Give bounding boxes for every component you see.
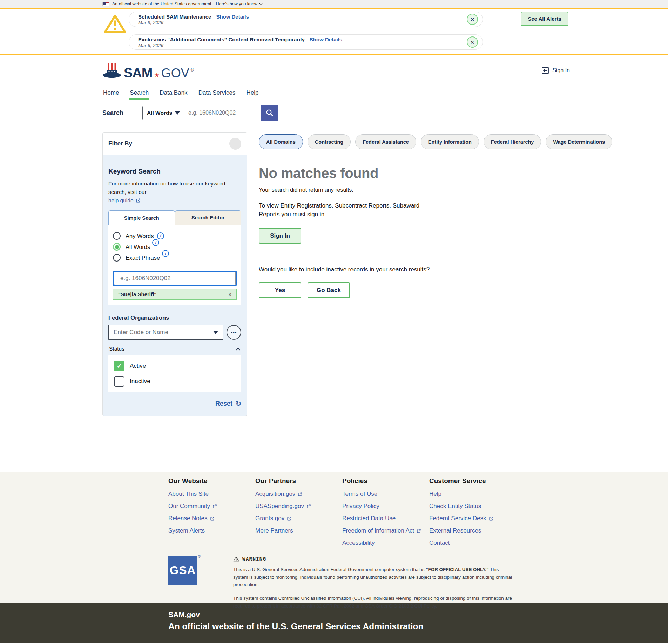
help-guide-link[interactable]: help guide <box>108 196 141 205</box>
tab-simple-search[interactable]: Simple Search <box>108 210 175 225</box>
footer-link-contact[interactable]: Contact <box>429 540 516 547</box>
footer-link-our-community[interactable]: Our Community <box>168 503 255 510</box>
checkbox-active[interactable]: ✓ <box>114 361 124 371</box>
radio-row-any-words: Any Wordsi <box>113 232 237 240</box>
no-matches-title: No matches found <box>259 165 612 181</box>
footer-link-release-notes[interactable]: Release Notes <box>168 515 255 522</box>
search-submit-button[interactable] <box>261 105 278 121</box>
alert-date: Mar 9, 2026 <box>138 20 458 25</box>
checkbox-label-inactive: Inactive <box>130 378 150 385</box>
nav-item-home[interactable]: Home <box>102 86 120 100</box>
external-link-icon <box>212 504 217 509</box>
reset-link[interactable]: Reset <box>215 400 232 407</box>
alert-close-icon[interactable]: ✕ <box>467 36 478 48</box>
external-link-icon <box>210 516 215 521</box>
footer-site-name: SAM.gov <box>168 610 668 619</box>
search-label: Search <box>102 109 142 117</box>
footer-link-acquisition-gov[interactable]: Acquisition.gov <box>255 490 342 497</box>
footer-link-about-this-site[interactable]: About This Site <box>168 490 255 497</box>
tab-search-editor[interactable]: Search Editor <box>175 210 242 225</box>
domain-tab-federal-assistance[interactable]: Federal Assistance <box>355 134 416 149</box>
text-cursor <box>119 274 119 283</box>
collapse-filters-button[interactable]: — <box>229 138 241 150</box>
info-icon[interactable]: i <box>162 250 169 257</box>
header-sign-in-link[interactable]: Sign In <box>541 67 570 74</box>
uncle-sam-hat-icon <box>102 62 121 79</box>
footer-tagline: An official website of the U.S. General … <box>168 622 668 631</box>
warning-block: WARNING This is a U.S. General Services … <box>233 556 514 610</box>
chevron-down-icon <box>259 3 263 5</box>
footer-column-our-partners: Our PartnersAcquisition.govUSASpending.g… <box>255 477 342 552</box>
footer-column-heading: Our Partners <box>255 477 342 485</box>
info-icon[interactable]: i <box>152 239 159 246</box>
domain-tab-all-domains[interactable]: All Domains <box>259 134 303 149</box>
footer-link-label: Terms of Use <box>342 490 377 497</box>
yes-button[interactable]: Yes <box>259 282 301 298</box>
nav-item-data-bank[interactable]: Data Bank <box>159 86 188 100</box>
radio-all-words[interactable] <box>113 243 121 251</box>
keyword-tag: "Suejla Sherifi" × <box>113 289 237 300</box>
federal-organizations-select[interactable]: Enter Code or Name <box>108 325 223 340</box>
nav-item-help[interactable]: Help <box>245 86 259 100</box>
status-label: Status <box>109 346 124 352</box>
footer-link-freedom-of-information-act[interactable]: Freedom of Information Act <box>342 527 429 534</box>
domain-tab-federal-hierarchy[interactable]: Federal Hierarchy <box>484 134 541 149</box>
external-link-icon <box>417 529 421 533</box>
sign-in-button[interactable]: Sign In <box>259 228 301 244</box>
search-mode-select[interactable]: All Words <box>142 106 184 120</box>
footer-link-help[interactable]: Help <box>429 490 516 497</box>
footer-link-terms-of-use[interactable]: Terms of Use <box>342 490 429 497</box>
radio-any-words[interactable] <box>113 232 121 240</box>
checkbox-inactive[interactable] <box>114 376 124 387</box>
domain-tab-entity-information[interactable]: Entity Information <box>421 134 479 149</box>
filter-panel-body: Keyword Search For more information on h… <box>103 155 247 416</box>
footer-link-restricted-data-use[interactable]: Restricted Data Use <box>342 515 429 522</box>
remove-tag-icon[interactable]: × <box>228 291 231 297</box>
global-search-input[interactable] <box>184 106 261 120</box>
external-link-icon <box>298 492 302 496</box>
keyword-input[interactable] <box>114 272 236 285</box>
footer-link-label: USASpending.gov <box>255 503 304 510</box>
alert-show-details-link[interactable]: Show Details <box>310 36 342 42</box>
footer-column-heading: Our Website <box>168 477 255 485</box>
alert-close-icon[interactable]: ✕ <box>467 14 478 25</box>
domain-tab-wage-determinations[interactable]: Wage Determinations <box>546 134 612 149</box>
status-section-toggle[interactable]: Status <box>108 346 241 352</box>
footer-link-label: Our Community <box>168 503 210 510</box>
footer-column-customer-service: Customer ServiceHelpCheck Entity StatusF… <box>429 477 516 552</box>
see-all-alerts-button[interactable]: See All Alerts <box>521 12 568 26</box>
checkbox-label-active: Active <box>130 362 146 370</box>
info-icon[interactable]: i <box>157 232 164 239</box>
alerts-section: Scheduled SAM MaintenanceShow DetailsMar… <box>0 9 668 55</box>
footer-link-accessibility[interactable]: Accessibility <box>342 540 429 547</box>
footer-link-label: Restricted Data Use <box>342 515 396 522</box>
footer-link-external-resources[interactable]: External Resources <box>429 527 516 534</box>
footer-link-federal-service-desk[interactable]: Federal Service Desk <box>429 515 516 522</box>
footer-link-label: Privacy Policy <box>342 503 379 510</box>
go-back-button[interactable]: Go Back <box>308 282 350 298</box>
alert-show-details-link[interactable]: Show Details <box>216 14 249 20</box>
footer-link-label: Contact <box>429 540 450 547</box>
inactive-choice-row: Yes Go Back <box>259 282 612 298</box>
radio-exact-phrase[interactable] <box>113 254 121 262</box>
footer-link-system-alerts[interactable]: System Alerts <box>168 527 255 534</box>
nav-item-data-services[interactable]: Data Services <box>198 86 236 100</box>
warning-paragraph-1: This is a U.S. General Services Administ… <box>233 566 514 589</box>
org-more-options-button[interactable]: ••• <box>227 325 241 340</box>
nav-item-search[interactable]: Search <box>129 86 149 100</box>
how-you-know-link[interactable]: Here's how you know <box>216 1 263 6</box>
sam-gov-logo[interactable]: SAM ★ GOV ® <box>102 62 194 79</box>
domain-tab-contracting[interactable]: Contracting <box>308 134 351 149</box>
checkbox-row-inactive[interactable]: Inactive <box>114 376 236 387</box>
content-area: Filter By — Keyword Search For more info… <box>0 126 668 472</box>
federal-organizations-heading: Federal Organizations <box>108 314 241 321</box>
footer-link-usaspending-gov[interactable]: USASpending.gov <box>255 503 342 510</box>
footer-link-more-partners[interactable]: More Partners <box>255 527 342 534</box>
reset-filters[interactable]: Reset ↻ <box>108 400 241 407</box>
footer-link-check-entity-status[interactable]: Check Entity Status <box>429 503 516 510</box>
footer-link-privacy-policy[interactable]: Privacy Policy <box>342 503 429 510</box>
keyword-info-text: For more information on how to use our k… <box>108 179 241 205</box>
checkbox-row-active[interactable]: ✓Active <box>114 361 236 371</box>
alert-card: Exclusions “Additional Comments” Content… <box>129 34 483 50</box>
footer-link-grants-gov[interactable]: Grants.gov <box>255 515 342 522</box>
